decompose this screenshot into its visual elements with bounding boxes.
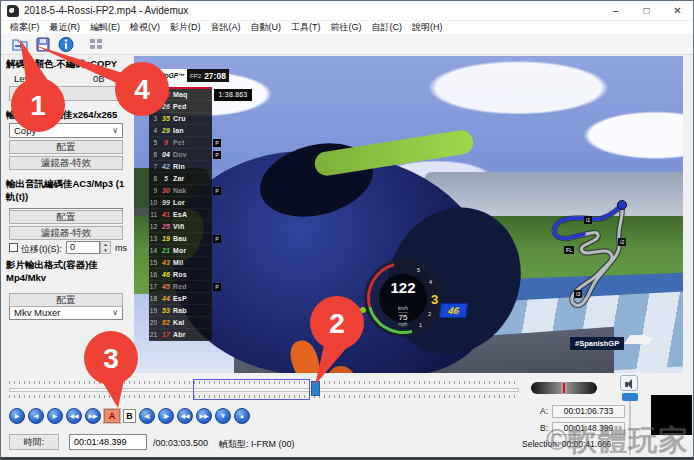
sector-badge-i1: i1: [584, 216, 592, 224]
menu-item-7[interactable]: 工具(T): [286, 21, 326, 34]
jobs-icon[interactable]: [87, 36, 105, 53]
volume-slider-handle[interactable]: [622, 393, 638, 401]
position-number: 18: [149, 295, 159, 302]
next-keyframe-button[interactable]: ▶▶: [85, 408, 101, 424]
video-configure-button[interactable]: 配置: [9, 140, 123, 154]
leaderboard-row: 193Maq1:38.863: [149, 89, 212, 101]
motogp-wordmark: MotoGP: [644, 347, 665, 353]
rider-name: Lor: [173, 199, 212, 206]
rider-name: Maq: [173, 91, 212, 98]
speaker-icon[interactable]: [620, 375, 638, 391]
rider-number: 17: [159, 331, 173, 338]
rider-number: 45: [159, 283, 173, 290]
leaderboard: 193Maq1:38.863226Ped335Cru429Ian59PetP60…: [149, 89, 212, 341]
forward-button[interactable]: ▶▶: [196, 408, 212, 424]
pit-badge: P: [213, 139, 221, 147]
position-number: 2: [149, 103, 159, 110]
save-file-icon[interactable]: [34, 36, 52, 53]
leaderboard-row: 1844EsP: [149, 293, 212, 305]
prev-frame-button[interactable]: ◀: [28, 408, 44, 424]
video-codec-select[interactable]: Copy ∨: [9, 123, 123, 138]
video-filters-button[interactable]: 濾鏡器-特效: [9, 156, 123, 170]
speed-unit: km/h: [398, 306, 408, 313]
info-icon[interactable]: [57, 36, 75, 53]
lap-time: 1:38.863: [214, 89, 252, 101]
close-button[interactable]: ✕: [662, 1, 693, 21]
next-black-frame-button[interactable]: ▲: [234, 408, 250, 424]
position-number: 11: [149, 211, 159, 218]
rider-number: 25: [159, 223, 173, 230]
window-title: 2018-5-4-Rossi-FP2.mp4 - Avidemux: [24, 5, 188, 16]
watermark: ©軟體玩家: [546, 421, 688, 460]
decoder-info-right: 0B: [93, 73, 105, 84]
menu-item-3[interactable]: 檢視(V): [125, 21, 165, 34]
menu-item-5[interactable]: 音訊(A): [206, 21, 246, 34]
motorcycle-rider: M: [174, 151, 489, 373]
timeline-handle[interactable]: [311, 381, 320, 396]
rider-number: 9: [159, 139, 173, 146]
prev-keyframe-button[interactable]: ◀◀: [66, 408, 82, 424]
nav-button-row: ▶◀▶◀◀▶▶ A B ◀||▶◀◀▶▶▼▲: [9, 408, 250, 424]
pit-badge: P: [213, 235, 221, 243]
shift-value-input[interactable]: 0: [66, 241, 100, 254]
session-clock: 27:08: [204, 71, 226, 81]
rider-number: 19: [159, 235, 173, 242]
menu-item-0[interactable]: 檔案(F): [5, 21, 45, 34]
goto-selection-end-button[interactable]: |▶: [158, 408, 174, 424]
menu-item-6[interactable]: 自動(U): [246, 21, 287, 34]
title-bar: 2018-5-4-Rossi-FP2.mp4 - Avidemux: [1, 1, 693, 21]
menu-item-4[interactable]: 影片(D): [165, 21, 206, 34]
minimize-button[interactable]: –: [600, 1, 631, 21]
time-input[interactable]: [69, 434, 147, 450]
rider-name: EsP: [173, 295, 212, 302]
prev-black-frame-button[interactable]: ▼: [215, 408, 231, 424]
gear-scale-4: 4: [429, 279, 432, 285]
app-icon: [7, 5, 19, 17]
open-file-icon[interactable]: [11, 36, 29, 53]
play-button[interactable]: ▶: [9, 408, 25, 424]
position-number: 17: [149, 283, 159, 290]
next-frame-button[interactable]: ▶: [47, 408, 63, 424]
spinner-arrows-icon[interactable]: ▲▼: [100, 241, 111, 254]
video-codec-value: Copy: [14, 125, 36, 136]
shift-checkbox[interactable]: [9, 243, 18, 252]
container-configure-button[interactable]: 配置: [9, 293, 123, 307]
a-label: A:: [540, 406, 548, 416]
rossi-46-logo: 46: [439, 303, 468, 318]
position-number: 9: [149, 187, 159, 194]
rider-number: 04: [159, 151, 173, 158]
settings-panel: 解碼器顏色.不編碼=COPY Lev 0B 輸出影片編碼佳x264/x265 C…: [1, 56, 134, 369]
nav-right-group: ◀||▶◀◀▶▶▼▲: [139, 408, 250, 424]
audio-filters-button[interactable]: 濾鏡器-特效: [9, 226, 123, 240]
marker-a-button[interactable]: A: [104, 409, 120, 423]
audio-configure-button[interactable]: 配置: [9, 210, 123, 224]
backward-button[interactable]: ◀◀: [177, 408, 193, 424]
menu-item-8[interactable]: 前往(G): [326, 21, 367, 34]
duration-text: /00:03:03.500: [153, 438, 208, 448]
leaderboard-row: 1953Rab: [149, 305, 212, 317]
leaderboard-row: 59PetP: [149, 137, 212, 149]
position-number: 15: [149, 259, 159, 266]
rider-number: 26: [159, 103, 173, 110]
position-number: 19: [149, 307, 159, 314]
shuttle-control[interactable]: [531, 382, 597, 394]
container-value: Mkv Muxer: [14, 307, 60, 318]
leaderboard-row: 1745RedP: [149, 281, 212, 293]
rider-number: 42: [159, 163, 173, 170]
position-number: 16: [149, 271, 159, 278]
menu-item-9[interactable]: 自訂(C): [367, 21, 408, 34]
time-button[interactable]: 時間:: [9, 434, 59, 450]
menu-item-2[interactable]: 編輯(E): [85, 21, 125, 34]
menu-item-10[interactable]: 說明(H): [407, 21, 448, 34]
pit-badge: P: [213, 187, 221, 195]
container-header: 影片輸出格式(容器)佳Mp4/Mkv: [6, 259, 134, 283]
rider-name: EsA: [173, 211, 212, 218]
marker-b-button[interactable]: B: [123, 409, 136, 423]
maximize-button[interactable]: □: [631, 1, 662, 21]
goto-selection-start-button[interactable]: ◀|: [139, 408, 155, 424]
menu-item-1[interactable]: 最近(R): [45, 21, 86, 34]
decoder-button[interactable]: [9, 86, 123, 101]
chevron-down-icon: ∨: [112, 124, 118, 137]
container-select[interactable]: Mkv Muxer ∨: [9, 305, 123, 320]
leaderboard-row: 1543Mil: [149, 257, 212, 269]
